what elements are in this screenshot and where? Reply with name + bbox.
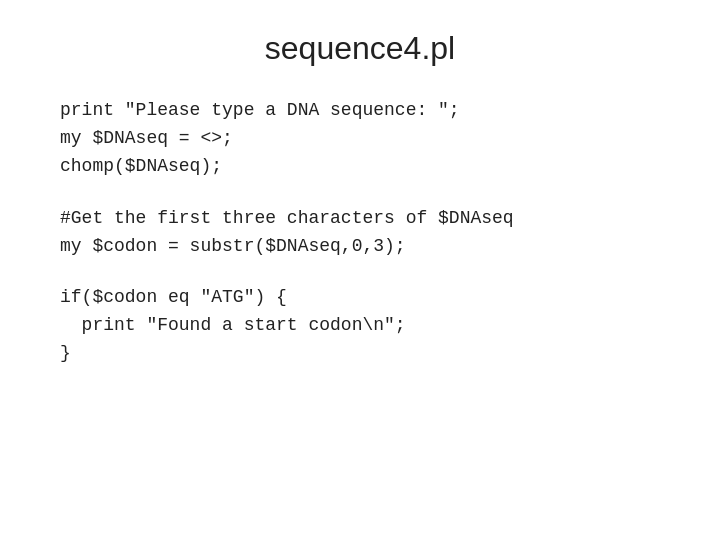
code-section-1: print "Please type a DNA sequence: "; my…	[60, 97, 660, 181]
code-line-1-1: print "Please type a DNA sequence: ";	[60, 97, 660, 125]
code-line-3-3: }	[60, 340, 660, 368]
code-line-3-2: print "Found a start codon\n";	[60, 312, 660, 340]
code-line-3-1: if($codon eq "ATG") {	[60, 284, 660, 312]
code-line-2-2: my $codon = substr($DNAseq,0,3);	[60, 233, 660, 261]
code-line-1-2: my $DNAseq = <>;	[60, 125, 660, 153]
page-container: sequence4.pl print "Please type a DNA se…	[0, 0, 720, 540]
code-line-1-3: chomp($DNAseq);	[60, 153, 660, 181]
code-line-2-1: #Get the first three characters of $DNAs…	[60, 205, 660, 233]
page-title: sequence4.pl	[265, 30, 455, 67]
code-block: print "Please type a DNA sequence: "; my…	[60, 97, 660, 392]
code-section-3: if($codon eq "ATG") { print "Found a sta…	[60, 284, 660, 368]
code-section-2: #Get the first three characters of $DNAs…	[60, 205, 660, 261]
